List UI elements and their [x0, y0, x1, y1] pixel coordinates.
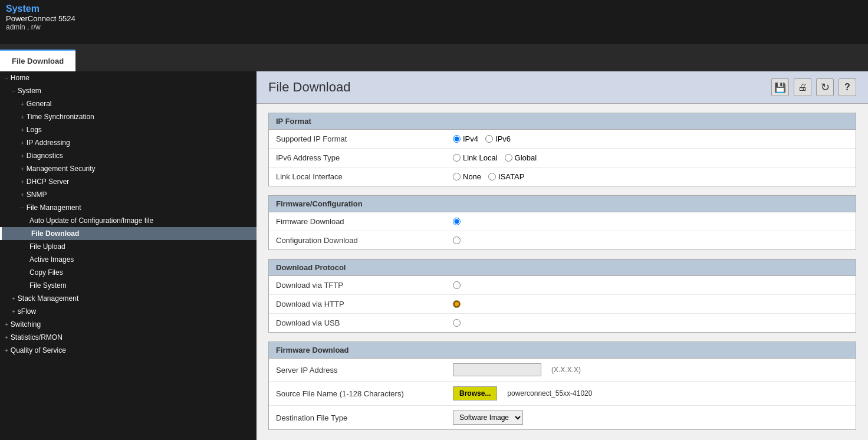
config-download-radio[interactable]	[453, 237, 461, 244]
sidebar-item-active-images[interactable]: Active Images	[0, 253, 257, 266]
plus-icon: +	[21, 140, 24, 146]
sidebar-label-auto-update: Auto Update of Configuration/Image file	[29, 216, 153, 225]
destination-file-type-label: Destination File Type	[276, 413, 453, 422]
none-label[interactable]: None	[453, 172, 481, 181]
isatap-radio[interactable]	[488, 173, 496, 180]
sidebar-label-general: General	[27, 100, 52, 108]
sidebar-item-quality-of-service[interactable]: + Quality of Service	[0, 344, 257, 357]
plus-icon: +	[5, 321, 8, 328]
config-download-radio-control	[453, 237, 461, 244]
sidebar-item-file-download[interactable]: File Download	[0, 227, 257, 240]
sidebar-item-ip-addressing[interactable]: + IP Addressing	[0, 136, 257, 149]
firmware-config-header: Firmware/Configuration	[269, 196, 856, 212]
system-title: System	[6, 4, 862, 14]
minus-icon: −	[21, 205, 24, 211]
global-label[interactable]: Global	[505, 153, 537, 162]
download-tftp-label: Download via TFTP	[276, 281, 453, 290]
page-title: File Download	[268, 80, 350, 95]
sidebar-item-stack-management[interactable]: + Stack Management	[0, 292, 257, 305]
server-ip-control: (X.X.X.X)	[453, 363, 581, 376]
download-tftp-row: Download via TFTP	[269, 276, 856, 295]
sidebar-item-diagnostics[interactable]: + Diagnostics	[0, 149, 257, 162]
sidebar-item-auto-update[interactable]: Auto Update of Configuration/Image file	[0, 214, 257, 227]
plus-icon: +	[21, 192, 24, 198]
link-local-interface-control: None ISATAP	[453, 172, 524, 181]
header: System PowerConnect 5524 admin , r/w	[0, 0, 868, 44]
download-protocol-section: Download Protocol Download via TFTP Down…	[268, 259, 856, 333]
sidebar-label-diagnostics: Diagnostics	[27, 152, 63, 160]
sidebar-label-file-download: File Download	[31, 229, 79, 238]
link-local-label[interactable]: Link Local	[453, 153, 498, 162]
plus-icon: +	[12, 295, 15, 302]
ipv4-label[interactable]: IPv4	[453, 134, 478, 143]
sidebar-label-statistics-rmon: Statistics/RMON	[11, 333, 63, 342]
sidebar-item-sflow[interactable]: + sFlow	[0, 305, 257, 318]
download-usb-radio[interactable]	[453, 319, 461, 327]
link-local-radio[interactable]	[453, 154, 461, 162]
sidebar-label-copy-files: Copy Files	[29, 268, 63, 277]
download-usb-label: Download via USB	[276, 318, 453, 327]
firmware-config-section: Firmware/Configuration Firmware Download…	[268, 195, 856, 250]
ipv6-radio[interactable]	[485, 135, 493, 143]
download-tftp-radio-control	[453, 281, 461, 289]
ipv4-radio[interactable]	[453, 135, 461, 143]
content-body: IP Format Supported IP Format IPv4 IPv6 …	[257, 104, 868, 440]
sidebar-label-switching: Switching	[11, 320, 41, 329]
ipv6-label[interactable]: IPv6	[485, 134, 511, 143]
sidebar-item-file-system[interactable]: File System	[0, 279, 257, 292]
download-http-radio[interactable]	[453, 300, 461, 308]
firmware-download-label: Firmware Download	[276, 217, 453, 226]
firmware-download-radio[interactable]	[453, 218, 461, 225]
sidebar-item-mgmt-security[interactable]: + Management Security	[0, 162, 257, 175]
sidebar-label-dhcp-server: DHCP Server	[27, 178, 69, 186]
server-ip-hint: (X.X.X.X)	[551, 366, 581, 374]
isatap-label[interactable]: ISATAP	[488, 172, 524, 181]
plus-icon: +	[21, 101, 24, 107]
sidebar-item-switching[interactable]: + Switching	[0, 318, 257, 331]
source-file-control: Browse... powerconnect_55xx-41020	[453, 386, 592, 400]
supported-ip-format-row: Supported IP Format IPv4 IPv6	[269, 130, 856, 149]
main-layout: − Home − System + General + Time Synchro…	[0, 71, 868, 440]
sidebar-item-file-upload[interactable]: File Upload	[0, 240, 257, 253]
source-file-row: Source File Name (1-128 Characters) Brow…	[269, 382, 856, 406]
destination-file-type-control: Software Image Boot Code Configuration	[453, 411, 523, 425]
download-tftp-radio[interactable]	[453, 281, 461, 289]
user-info: admin , r/w	[6, 23, 862, 31]
download-usb-radio-control	[453, 319, 461, 327]
ipv6-address-type-row: IPv6 Address Type Link Local Global	[269, 149, 856, 168]
sidebar-item-system[interactable]: − System	[0, 84, 257, 97]
sidebar-item-file-management[interactable]: − File Management	[0, 201, 257, 214]
sidebar-label-mgmt-security: Management Security	[27, 165, 96, 173]
supported-ip-format-control: IPv4 IPv6	[453, 134, 511, 143]
sidebar: − Home − System + General + Time Synchro…	[0, 71, 257, 440]
sidebar-item-dhcp-server[interactable]: + DHCP Server	[0, 175, 257, 188]
global-radio[interactable]	[505, 154, 512, 162]
sidebar-label-stack-management: Stack Management	[18, 294, 78, 303]
none-radio[interactable]	[453, 173, 461, 180]
refresh-button[interactable]: ↻	[816, 78, 834, 96]
sidebar-label-active-images: Active Images	[29, 255, 74, 264]
help-button[interactable]: ?	[839, 78, 856, 96]
sidebar-item-general[interactable]: + General	[0, 97, 257, 110]
sidebar-item-copy-files[interactable]: Copy Files	[0, 266, 257, 279]
ip-format-section: IP Format Supported IP Format IPv4 IPv6 …	[268, 113, 856, 186]
browse-button[interactable]: Browse...	[453, 386, 497, 400]
plus-icon: +	[5, 347, 8, 354]
print-button[interactable]: 🖨	[794, 78, 811, 96]
download-http-radio-control	[453, 300, 461, 308]
plus-icon: +	[21, 179, 24, 185]
sidebar-item-time-sync[interactable]: + Time Synchronization	[0, 110, 257, 123]
tab-file-download[interactable]: File Download	[0, 50, 75, 71]
sidebar-item-statistics-rmon[interactable]: + Statistics/RMON	[0, 331, 257, 344]
source-file-label: Source File Name (1-128 Characters)	[276, 389, 453, 398]
destination-file-type-select[interactable]: Software Image Boot Code Configuration	[453, 411, 523, 425]
link-local-interface-row: Link Local Interface None ISATAP	[269, 168, 856, 186]
sidebar-item-logs[interactable]: + Logs	[0, 123, 257, 136]
server-ip-input[interactable]	[453, 363, 541, 376]
firmware-download-row: Firmware Download	[269, 212, 856, 231]
save-button[interactable]: 💾	[771, 78, 789, 96]
sidebar-item-snmp[interactable]: + SNMP	[0, 188, 257, 201]
ipv6-address-type-label: IPv6 Address Type	[276, 153, 453, 162]
sidebar-item-home[interactable]: − Home	[0, 71, 257, 84]
sidebar-label-snmp: SNMP	[27, 191, 47, 199]
